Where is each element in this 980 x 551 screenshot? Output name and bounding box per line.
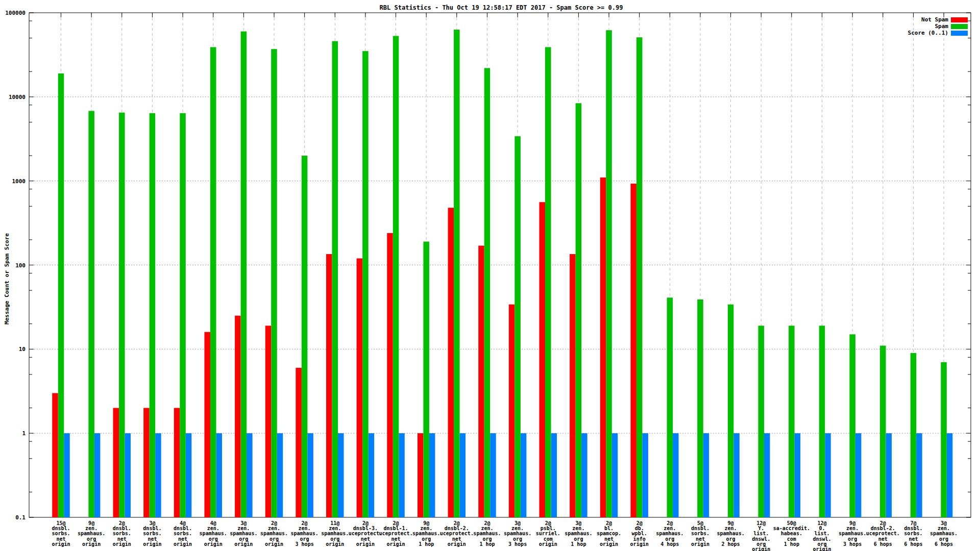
bar-spam-16 [545, 47, 551, 517]
y-tick-label: 10000 [9, 94, 26, 101]
bar-score-0-1-19 [642, 433, 648, 517]
x-axis-label: 3@zen.spamhaus.orgorigin [230, 520, 257, 547]
bar-not-spam-17 [570, 254, 576, 517]
bar-score-0-1-8 [307, 433, 313, 517]
bar-spam-25 [819, 325, 825, 517]
bar-score-0-1-10 [369, 433, 375, 517]
bar-score-0-1-20 [673, 433, 679, 517]
legend-label: Score (0..1) [908, 30, 948, 36]
bar-spam-0 [58, 73, 64, 517]
bar-spam-15 [514, 136, 521, 517]
bar-score-0-1-26 [855, 433, 862, 517]
legend-item-not-spam: Not Spam [0, 17, 980, 23]
x-axis-label: 3@zen.spamhaus.org6 hops [930, 520, 958, 547]
bar-score-0-1-29 [947, 433, 953, 517]
rbl-statistics-chart: RBL Statistics - Thu Oct 19 12:58:17 EDT… [0, 0, 980, 551]
bar-not-spam-7 [265, 325, 272, 517]
y-tick-label: 100000 [5, 10, 26, 16]
bar-spam-27 [880, 346, 886, 517]
x-axis-label: 2@psbl.surriel.comorigin [536, 520, 560, 547]
bar-spam-8 [302, 156, 308, 517]
bar-score-0-1-11 [399, 433, 405, 517]
legend-swatch [951, 17, 968, 22]
x-axis-label: 2@dnsbl-2.uceprotect.net6 hops [866, 520, 900, 547]
y-tick-label: 1000 [12, 178, 26, 185]
x-axis-label: 15@dnsbl.sorbs.netorigin [52, 520, 70, 547]
x-axis-label: 4@zen.spamhaus.orgorigin [200, 520, 227, 547]
bar-spam-10 [362, 51, 369, 517]
bar-not-spam-14 [478, 246, 484, 517]
bar-score-0-1-7 [277, 433, 283, 517]
bar-not-spam-2 [113, 408, 119, 517]
x-axis-label: 2@db.wpbl.infoorigin [630, 520, 649, 547]
bar-not-spam-11 [387, 233, 393, 517]
bar-not-spam-6 [235, 316, 241, 517]
bar-score-0-1-15 [521, 433, 527, 517]
bar-spam-14 [484, 68, 491, 517]
bar-spam-7 [271, 49, 277, 517]
legend-swatch [951, 24, 968, 29]
x-axis-label: 9@zen.spamhaus.org1 hop [412, 520, 440, 547]
bar-not-spam-8 [296, 368, 302, 517]
bar-spam-6 [241, 32, 247, 517]
bar-score-0-1-0 [64, 433, 70, 517]
legend-label: Spam [935, 23, 949, 30]
legend-label: Not Spam [921, 17, 948, 23]
bar-spam-3 [150, 113, 156, 517]
bar-spam-12 [423, 242, 429, 517]
bar-not-spam-3 [143, 408, 150, 517]
bar-score-0-1-1 [94, 433, 101, 517]
x-axis-label: 4@dnsbl.sorbs.netorigin [174, 520, 192, 547]
x-axis-label: 3@zen.spamhaus.org3 hops [504, 520, 531, 547]
legend-item-score-0-1: Score (0..1) [0, 30, 980, 36]
bar-spam-17 [576, 103, 582, 517]
bar-score-0-1-28 [916, 433, 922, 517]
bar-score-0-1-5 [216, 433, 222, 517]
x-axis-label: 2@dnsbl.sorbs.netorigin [113, 520, 131, 547]
bar-not-spam-10 [357, 258, 363, 517]
bar-not-spam-4 [174, 408, 180, 517]
bar-score-0-1-12 [429, 433, 435, 517]
bar-score-0-1-27 [886, 433, 892, 517]
bar-spam-26 [849, 334, 855, 517]
bar-score-0-1-21 [703, 433, 709, 517]
bar-not-spam-9 [326, 254, 332, 517]
bar-spam-2 [119, 113, 125, 517]
bar-score-0-1-23 [764, 433, 770, 517]
x-axis-label: 2@zen.spamhaus.org3 hops [291, 520, 318, 547]
bar-not-spam-5 [204, 332, 210, 517]
bar-not-spam-15 [509, 305, 515, 517]
bar-score-0-1-24 [795, 433, 801, 517]
bar-not-spam-13 [448, 208, 454, 517]
x-axis-label: 7@dnsbl.sorbs.net6 hops [904, 520, 922, 547]
bar-spam-1 [88, 111, 94, 517]
bar-not-spam-12 [418, 433, 424, 517]
bar-score-0-1-13 [460, 433, 466, 517]
bar-spam-13 [454, 30, 460, 517]
bar-spam-4 [180, 113, 186, 517]
y-tick-label: 100 [15, 262, 26, 269]
bar-score-0-1-25 [825, 433, 831, 517]
x-axis-label: 11@zen.spamhaus.orgorigin [321, 520, 349, 547]
bar-spam-20 [667, 297, 673, 517]
bar-score-0-1-18 [612, 433, 618, 517]
x-axis-label: 2@dnsbl-3.uceprotect.netorigin [349, 520, 382, 547]
bar-score-0-1-3 [155, 433, 161, 517]
x-axis-label: 9@zen.spamhaus.orgorigin [78, 520, 105, 547]
bar-spam-5 [210, 47, 216, 517]
bar-spam-18 [606, 30, 612, 517]
bar-spam-19 [636, 37, 643, 517]
bar-not-spam-0 [52, 393, 58, 517]
y-tick-label: 0.1 [15, 514, 26, 521]
bar-score-0-1-16 [551, 433, 557, 517]
x-axis-label: 50@sa-accredit.habeas.com1 hop [773, 520, 810, 547]
bar-score-0-1-17 [581, 433, 587, 517]
x-axis-label: 3@dnsbl.sorbs.netorigin [143, 520, 161, 547]
bar-score-0-1-14 [490, 433, 496, 517]
x-axis-label: 2@zen.spamhaus.org1 hop [473, 520, 501, 547]
legend-swatch [951, 31, 968, 36]
bar-score-0-1-4 [186, 433, 192, 517]
legend-item-spam: Spam [0, 23, 980, 30]
bar-score-0-1-6 [247, 433, 253, 517]
x-axis-label: 2@zen.spamhaus.org4 hops [656, 520, 683, 547]
